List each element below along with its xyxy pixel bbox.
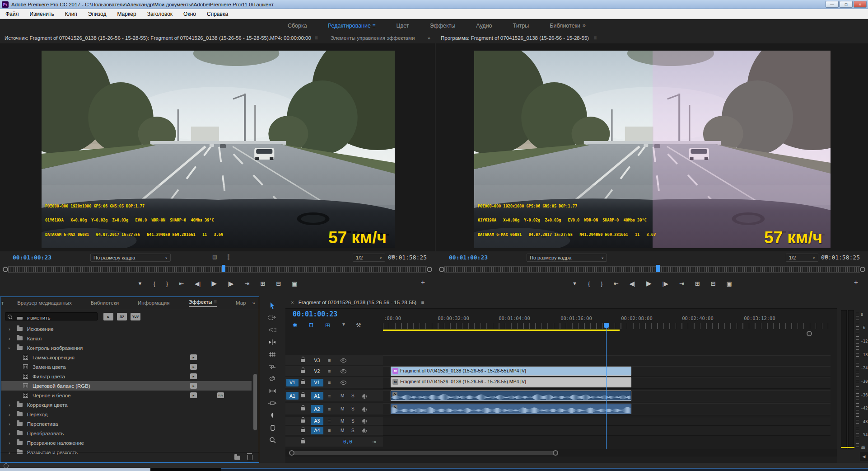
effects-panel-menu-icon[interactable]: ≡ [214,299,217,305]
source-resolution-select[interactable]: 1/2∨ [353,254,385,262]
menu-marker[interactable]: Маркер [112,9,141,19]
track-header-v1[interactable]: V1 V1 ≡ [285,377,383,388]
workspace-titles[interactable]: Титры [513,23,529,29]
track-settings-icon[interactable]: ≡ [328,418,331,424]
step-back-button[interactable]: ◀| [630,280,635,287]
close-button[interactable]: × [854,1,867,8]
chevron-right-icon[interactable]: › [9,402,10,408]
track-settings-icon[interactable]: ≡ [328,380,331,385]
workspace-editing[interactable]: Редактирование ≡ [328,23,376,29]
program-monitor-tab[interactable]: Программа: Fragment of 07041526_0138 (15… [441,35,589,41]
mute-button[interactable]: M [341,393,344,398]
export-frame-button[interactable]: ▣ [727,280,732,287]
tab-media-browser[interactable]: Браузер медиаданных [17,300,72,306]
clip-v2[interactable]: fx Fragment of 07041526_0138 (15-26-56 -… [391,367,631,376]
chevron-right-icon[interactable]: › [9,440,10,446]
rate-stretch-tool[interactable] [260,361,285,372]
sequence-tab[interactable]: Fragment of 07041526_0138 (15-26-56 - 15… [299,300,416,305]
lock-icon[interactable] [301,394,305,397]
program-scrubber-right-handle[interactable] [860,267,865,272]
program-resolution-select[interactable]: 1/2∨ [786,254,818,262]
collapse-panel-icon[interactable]: ◀ [860,452,868,461]
mark-out-button[interactable]: } [601,280,602,287]
track-name-a3[interactable]: A3 [311,417,323,425]
solo-button[interactable]: S [351,428,355,433]
step-forward-button[interactable]: |▶ [663,280,668,287]
lock-icon[interactable] [301,440,305,443]
lock-icon[interactable] [301,370,305,373]
source-panel-menu-icon[interactable]: ≡ [315,35,318,41]
source-header-overflow-icon[interactable]: » [428,35,430,41]
windows-taskbar-segment[interactable] [150,468,221,471]
zoom-tool[interactable] [260,434,285,445]
track-header-v2[interactable]: V2 ≡ [285,366,383,376]
menu-file[interactable]: Файл [0,9,24,19]
new-bin-icon[interactable] [234,456,240,460]
source-monitor-tab[interactable]: Источник: Fragment of 07041526_0138 (15-… [5,35,311,41]
effect-controls-tab[interactable]: Элементы управления эффектами [331,35,415,41]
program-panel-menu-icon[interactable]: ≡ [593,35,597,41]
track-a3-content[interactable] [383,417,831,426]
voiceover-mic-icon[interactable] [363,394,365,398]
master-track-header[interactable]: 0,0 ⇥ [285,437,383,447]
timeline-scroll-thumb[interactable] [290,451,557,455]
source-patch-v1[interactable]: V1 [286,379,299,386]
title-bar[interactable]: Pr Adobe Premiere Pro CC 2017 - C:\Польз… [0,0,868,9]
ripple-edit-tool[interactable] [260,337,285,348]
timeline-settings-icon[interactable]: ⚒ [356,322,361,329]
mark-in-button[interactable]: { [153,280,155,287]
lock-icon[interactable] [301,419,305,423]
pen-tool[interactable] [260,410,285,421]
chevron-right-icon[interactable]: › [9,431,10,436]
chevron-right-icon[interactable]: › [9,412,10,417]
effect-item-row[interactable]: Гамма-коррекция ▸ [1,353,252,362]
source-scrubber-ticks[interactable] [8,266,427,273]
solo-button[interactable]: S [351,406,355,411]
goto-in-button[interactable]: ⇤ [614,280,619,287]
program-scrubber[interactable] [439,264,865,274]
effects-row-partial[interactable]: › Изменить [0,317,253,323]
track-output-eye-icon[interactable] [341,358,346,363]
zoom-handle-right[interactable] [553,450,558,456]
windows-taskbar-segment[interactable] [0,468,150,471]
add-marker-button[interactable]: ▼ [572,281,577,286]
track-a4-content[interactable] [383,426,831,436]
track-header-a1[interactable]: A1 A1 ≡ M S [285,390,383,401]
linked-selection-icon[interactable]: ⊞ [325,322,330,329]
chevron-right-icon[interactable]: › [9,326,10,332]
lock-icon[interactable] [301,429,305,432]
track-header-v3[interactable]: V3 ≡ [285,355,383,365]
nest-toggle-icon[interactable]: ✱ [293,322,298,329]
insert-button[interactable]: ⊞ [260,280,265,287]
overwrite-button[interactable]: ⊟ [276,280,281,287]
lift-button[interactable]: ⊞ [695,280,700,287]
minimize-button[interactable]: — [826,1,839,8]
track-settings-icon[interactable]: ≡ [328,428,331,433]
effect-item-row[interactable]: Черное и белое ▸ YUV [1,391,252,400]
zoom-handle-left[interactable] [289,450,294,456]
effect-item-row[interactable]: Фильтр цвета ▸ [1,372,252,381]
track-settings-icon[interactable]: ≡ [328,368,331,374]
track-name-v2[interactable]: V2 [311,367,323,375]
track-settings-icon[interactable]: ≡ [328,406,331,412]
lock-icon[interactable] [301,359,305,362]
delete-icon[interactable] [247,455,252,460]
snap-toggle-icon[interactable]: Ω [309,322,313,329]
timeline-vertical-scroll-handle[interactable] [807,331,812,336]
source-patch-a1[interactable]: A1 [286,392,299,400]
mute-button[interactable]: M [341,428,344,433]
solo-button[interactable]: S [351,393,355,398]
rolling-edit-tool[interactable] [260,349,285,360]
solo-button[interactable]: S [351,419,355,424]
track-name-v3[interactable]: V3 [311,357,323,364]
effects-folder-row[interactable]: › Канал [1,334,252,343]
menu-edit[interactable]: Изменить [24,9,60,19]
effects-folder-row[interactable]: › Коррекция цвета [1,400,252,410]
clip-a2[interactable]: fx [391,404,631,414]
source-scrubber-right-handle[interactable] [427,267,432,272]
effect-item-row[interactable]: Замена цвета ▸ [1,362,252,372]
track-header-a4[interactable]: A4 ≡ M S [285,426,383,435]
program-scrubber-ticks[interactable] [444,266,860,273]
effects-tabs-overflow-icon[interactable]: » [252,300,255,306]
tab-info[interactable]: Информация [138,300,169,306]
